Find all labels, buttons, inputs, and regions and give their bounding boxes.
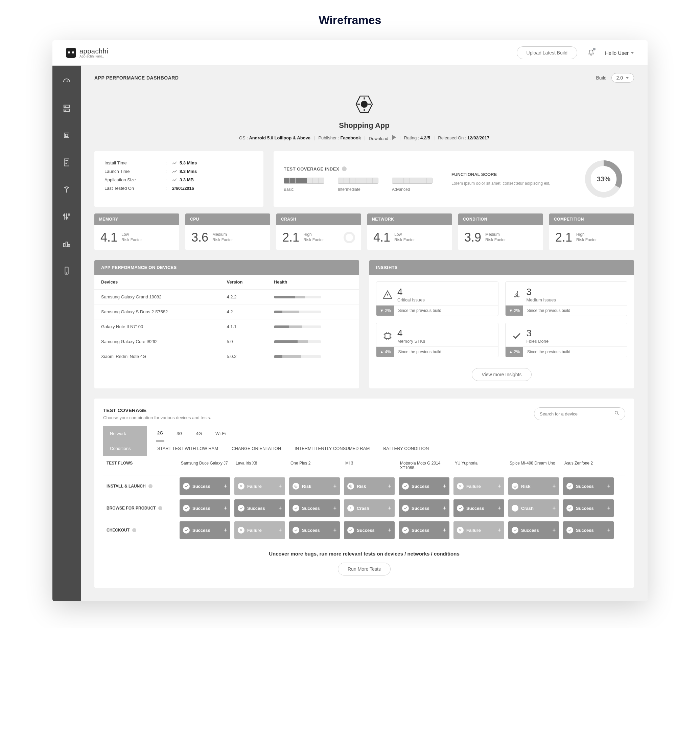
result-chip-success[interactable]: Success+: [180, 499, 230, 517]
insight-card[interactable]: 3Medium Issues ▼ 2% Since the previous b…: [505, 281, 628, 316]
metric-tile-competition[interactable]: COMPETITION 2.1 HighRisk Factor: [549, 214, 634, 250]
device-row[interactable]: Galaxy Note II N7100 4.1.1: [95, 319, 359, 334]
plus-icon[interactable]: +: [388, 505, 391, 511]
result-chip-success[interactable]: Success+: [563, 477, 614, 495]
plus-icon[interactable]: +: [443, 483, 446, 489]
result-chip-crash[interactable]: ! Crash+: [508, 499, 559, 517]
result-chip-success[interactable]: Success+: [234, 499, 285, 517]
result-chip-success[interactable]: Success+: [289, 499, 340, 517]
network-option[interactable]: 4G: [196, 431, 202, 436]
insight-card[interactable]: 3Fixes Done ▲ 2% Since the previous buil…: [505, 323, 628, 357]
info-icon[interactable]: [132, 528, 136, 532]
plus-icon[interactable]: +: [279, 483, 282, 489]
plus-icon[interactable]: +: [333, 483, 336, 489]
notifications-icon[interactable]: [587, 48, 595, 57]
result-chip-success[interactable]: Success+: [180, 477, 230, 495]
plus-icon[interactable]: +: [607, 505, 610, 511]
play-store-icon[interactable]: [392, 135, 396, 140]
plus-icon[interactable]: +: [279, 505, 282, 511]
result-chip-success[interactable]: Success+: [563, 499, 614, 517]
result-chip-failure[interactable]: Failure+: [234, 521, 285, 539]
plus-icon[interactable]: +: [443, 505, 446, 511]
chip-icon: [383, 331, 393, 341]
info-icon[interactable]: [158, 506, 162, 510]
plus-icon[interactable]: +: [607, 483, 610, 489]
conditions-filter-label: Conditions: [103, 441, 147, 456]
build-selector[interactable]: Build 2.0: [596, 73, 634, 83]
plus-icon[interactable]: +: [498, 527, 501, 533]
nav-leaderboard-icon[interactable]: [60, 237, 74, 250]
plus-icon[interactable]: +: [224, 483, 227, 489]
result-chip-success[interactable]: Success+: [180, 521, 230, 539]
plus-icon[interactable]: +: [498, 505, 501, 511]
result-chip-failure[interactable]: Failure+: [454, 477, 504, 495]
nav-dashboard-icon[interactable]: [60, 74, 74, 88]
info-icon[interactable]: [149, 484, 153, 488]
metric-tile-network[interactable]: NETWORK 4.1 LowRisk Factor: [367, 214, 452, 250]
condition-option[interactable]: INTERMITTENTLY CONSUMED RAM: [294, 446, 370, 451]
result-chip-risk[interactable]: Risk+: [508, 477, 559, 495]
device-search-input[interactable]: [540, 411, 611, 417]
nav-device-icon[interactable]: [60, 264, 74, 277]
result-chip-success[interactable]: Success+: [399, 477, 449, 495]
result-chip-success[interactable]: Success+: [508, 521, 559, 539]
condition-option[interactable]: START TEST WITH LOW RAM: [157, 446, 218, 451]
svg-rect-11: [66, 242, 68, 247]
plus-icon[interactable]: +: [388, 527, 391, 533]
result-chip-success[interactable]: Success+: [399, 521, 449, 539]
device-col-header: Spice Mi-498 Dream Uno: [506, 456, 561, 475]
nav-signal-icon[interactable]: [60, 183, 74, 196]
network-option[interactable]: 3G: [177, 431, 182, 436]
result-chip-risk[interactable]: Risk+: [344, 477, 395, 495]
plus-icon[interactable]: +: [553, 527, 556, 533]
device-col-header: Motorola Moto G 2014 XT1068...: [397, 456, 451, 475]
metric-tile-condition[interactable]: CONDITION 3.9 MediumRisk Factor: [458, 214, 543, 250]
metric-tile-crash[interactable]: CRASH 2.1 HighRisk Factor: [276, 214, 361, 250]
network-option[interactable]: Wi-Fi: [215, 431, 225, 436]
plus-icon[interactable]: +: [279, 527, 282, 533]
nav-cpu-icon[interactable]: [60, 129, 74, 142]
user-menu[interactable]: Hello User: [605, 50, 634, 56]
result-chip-success[interactable]: Success+: [563, 521, 614, 539]
result-chip-failure[interactable]: Failure+: [454, 521, 504, 539]
plus-icon[interactable]: +: [333, 527, 336, 533]
device-row[interactable]: Xiaomi Redmi Note 4G 5.0.2: [95, 349, 359, 364]
nav-server-icon[interactable]: [60, 101, 74, 115]
plus-icon[interactable]: +: [224, 505, 227, 511]
app-meta: OS : Android 5.0 Lollipop & Above| Publi…: [81, 135, 647, 141]
condition-option[interactable]: CHANGE ORIENTATION: [231, 446, 281, 451]
plus-icon[interactable]: +: [333, 505, 336, 511]
plus-icon[interactable]: +: [553, 505, 556, 511]
plus-icon[interactable]: +: [607, 527, 610, 533]
info-icon[interactable]: [342, 167, 347, 171]
device-search[interactable]: [534, 408, 625, 420]
plus-icon[interactable]: +: [224, 527, 227, 533]
upload-build-button[interactable]: Upload Latest Build: [517, 47, 577, 59]
metric-tile-cpu[interactable]: CPU 3.6 MediumRisk Factor: [185, 214, 270, 250]
insight-card[interactable]: 4Critical Issues ▼ 2% Since the previous…: [376, 281, 499, 316]
network-option[interactable]: 2G: [157, 430, 163, 437]
nav-report-icon[interactable]: [60, 156, 74, 169]
result-chip-success[interactable]: Success+: [344, 521, 395, 539]
view-more-insights-button[interactable]: View more Insights: [472, 368, 531, 381]
device-row[interactable]: Samsung Galaxy S Duos 2 S7582 4.2: [95, 304, 359, 319]
result-chip-success[interactable]: Success+: [399, 499, 449, 517]
plus-icon[interactable]: +: [553, 483, 556, 489]
plus-icon[interactable]: +: [388, 483, 391, 489]
device-row[interactable]: Samsung Galaxy Grand 19082 4.2.2: [95, 290, 359, 304]
insight-card[interactable]: 4Memory STKs ▲ 4% Since the previous bui…: [376, 323, 499, 357]
result-chip-success[interactable]: Success+: [454, 499, 504, 517]
plus-icon[interactable]: +: [443, 527, 446, 533]
result-chip-risk[interactable]: Risk+: [289, 477, 340, 495]
tc-title: TEST COVERAGE: [103, 408, 211, 413]
nav-sliders-icon[interactable]: [60, 210, 74, 223]
result-chip-failure[interactable]: Failure+: [234, 477, 285, 495]
device-row[interactable]: Samsung Galaxy Core I8262 5.0: [95, 334, 359, 349]
result-chip-success[interactable]: Success+: [289, 521, 340, 539]
success-icon: [183, 527, 190, 534]
condition-option[interactable]: BATTERY CONDITION: [383, 446, 429, 451]
metric-tile-memory[interactable]: MEMORY 4.1 LowRisk Factor: [95, 214, 179, 250]
plus-icon[interactable]: +: [498, 483, 501, 489]
result-chip-crash[interactable]: ! Crash+: [344, 499, 395, 517]
run-more-tests-button[interactable]: Run More Tests: [338, 563, 391, 576]
